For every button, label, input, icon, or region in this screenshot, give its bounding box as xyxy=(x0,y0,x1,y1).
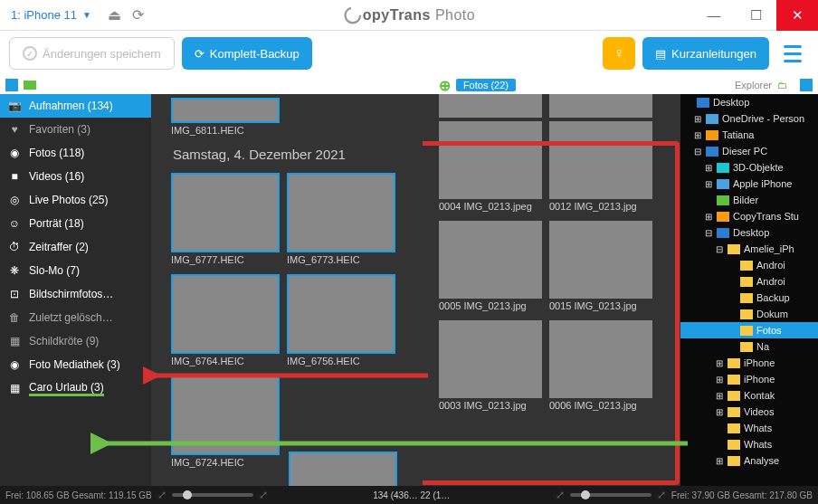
thumb[interactable]: 0003 IMG_0213.jpg xyxy=(439,320,542,416)
tree-node[interactable]: ⊞Tatiana xyxy=(680,127,818,143)
refresh-icon[interactable]: ⟳ xyxy=(131,8,146,23)
tree-expander[interactable]: ⊞ xyxy=(715,358,724,368)
thumb[interactable]: IMG_6756.HEIC xyxy=(287,274,395,372)
help-button[interactable]: ▤ Kurzanleitungen xyxy=(642,37,769,70)
tree-node[interactable]: Androi xyxy=(680,257,818,273)
tree-node[interactable]: Na xyxy=(680,338,818,355)
sidebar-item[interactable]: ⊡Bildschirmfotos… xyxy=(0,282,151,306)
thumb[interactable]: 0012 IMG_0213.jpg xyxy=(549,121,652,217)
tree-node[interactable]: ⊞CopyTrans Stu xyxy=(680,208,818,224)
tree-node[interactable]: ⊟Desktop xyxy=(680,224,818,241)
sidebar-icon: ▦ xyxy=(7,335,22,347)
folder-icon[interactable]: 🗀 xyxy=(777,80,787,90)
sidebar-item[interactable]: 📷Aufnahmen (134) xyxy=(0,94,151,118)
tree-node[interactable]: Whats xyxy=(680,436,818,452)
sidebar-item[interactable]: ▦Schildkröte (9) xyxy=(0,329,151,353)
sidebar-item[interactable]: ◉Foto Mediathek (3) xyxy=(0,353,151,376)
device-selector[interactable]: 1: iPhone 11 ▼ xyxy=(11,8,91,22)
folder-icon xyxy=(728,440,740,450)
folder-icon xyxy=(740,342,753,352)
tree-expander[interactable]: ⊞ xyxy=(693,130,702,140)
sidebar-item[interactable]: ⏱Zeitraffer (2) xyxy=(0,235,151,259)
sidebar-item[interactable]: ♥Favoriten (3) xyxy=(0,118,151,141)
eject-icon[interactable]: ⏏ xyxy=(108,8,122,23)
close-button[interactable]: ✕ xyxy=(776,0,818,31)
sidebar-item[interactable]: ☺Porträt (18) xyxy=(0,212,151,235)
thumb[interactable]: IMG_6773.HEIC xyxy=(287,173,395,271)
tree-node[interactable]: Bilder xyxy=(680,192,818,208)
tree-label: Dieser PC xyxy=(722,146,767,157)
sidebar-label: Videos (16) xyxy=(29,170,84,183)
tree-node[interactable]: ⊞iPhone xyxy=(680,355,818,371)
tree-expander[interactable]: ⊟ xyxy=(715,244,724,254)
tree-expander[interactable]: ⊞ xyxy=(704,212,713,222)
tree-expander[interactable]: ⊞ xyxy=(693,114,702,124)
hint-button[interactable]: ♀ xyxy=(603,37,635,70)
sidebar-label: Foto Mediathek (3) xyxy=(29,358,120,371)
thumb[interactable]: IMG_6811.HEIC xyxy=(171,98,280,141)
thumb[interactable] xyxy=(289,452,397,486)
expand-icon[interactable]: ⤢ xyxy=(556,489,565,501)
sidebar-item[interactable]: ■Videos (16) xyxy=(0,165,151,188)
tree-node[interactable]: ⊞OneDrive - Person xyxy=(680,110,818,127)
save-button[interactable]: ✓ Änderungen speichern xyxy=(9,37,175,70)
sidebar-item[interactable]: ◎Live Photos (25) xyxy=(0,188,151,212)
thumb[interactable]: 0004 IMG_0213.jpeg xyxy=(439,121,542,217)
main: 📷Aufnahmen (134)♥Favoriten (3)◉Fotos (11… xyxy=(0,94,818,486)
add-icon[interactable]: ⊕ xyxy=(439,77,451,94)
tree-expander[interactable]: ⊞ xyxy=(704,163,713,173)
tree-node[interactable]: Dokum xyxy=(680,306,818,322)
thumb[interactable]: 0015 IMG_0213.jpg xyxy=(549,221,652,317)
tree-node[interactable]: ⊟Amelie_iPh xyxy=(680,241,818,257)
thumb[interactable]: IMG_6724.HEIC xyxy=(171,376,280,473)
thumb[interactable]: 0006 IMG_0213.jpg xyxy=(549,320,652,416)
expand-icon[interactable]: ⤢ xyxy=(657,489,666,501)
tree-node[interactable]: Backup xyxy=(680,290,818,306)
thumb-image xyxy=(287,173,395,252)
thumb[interactable]: 0010 IMG_0213.jpg xyxy=(549,94,652,118)
thumb[interactable]: IMG_6777.HEIC xyxy=(171,173,280,271)
tree-label: CopyTrans Stu xyxy=(733,211,799,222)
sidebar-item[interactable]: ▦Caro Urlaub (3) xyxy=(0,376,151,400)
tree-node[interactable]: ⊞3D-Objekte xyxy=(680,159,818,176)
tree-expander[interactable]: ⊞ xyxy=(715,407,724,417)
zoom-slider[interactable] xyxy=(570,493,652,497)
play-icon[interactable] xyxy=(5,79,18,91)
sidebar-item[interactable]: ❋Slo-Mo (7) xyxy=(0,259,151,282)
tree-node[interactable]: ⊞Videos xyxy=(680,404,818,420)
menu-button[interactable] xyxy=(776,37,809,70)
sidebar-label: Live Photos (25) xyxy=(29,194,108,206)
thumb[interactable]: 0007 IMG_0213.jpg xyxy=(439,94,542,118)
tree-node[interactable]: Desktop xyxy=(680,94,818,110)
maximize-button[interactable]: ☐ xyxy=(735,0,776,31)
expand-icon[interactable]: ⤢ xyxy=(259,489,268,501)
expand-icon[interactable]: ⤢ xyxy=(157,489,166,501)
sidebar-item[interactable]: 🗑Zuletzt gelösch… xyxy=(0,306,151,329)
tree-expander[interactable]: ⊞ xyxy=(704,179,713,189)
thumb-image xyxy=(549,94,652,118)
collapse-icon[interactable] xyxy=(800,79,813,91)
sidebar-item[interactable]: ◉Fotos (118) xyxy=(0,141,151,165)
minimize-button[interactable]: — xyxy=(693,0,735,31)
thumb[interactable]: 0005 IMG_0213.jpg xyxy=(439,221,542,317)
tree-expander[interactable]: ⊞ xyxy=(715,391,724,401)
tree-expander[interactable]: ⊟ xyxy=(704,228,713,238)
tree-expander[interactable]: ⊞ xyxy=(715,375,724,385)
tree-node[interactable]: Fotos xyxy=(680,322,818,338)
tree-node[interactable]: ⊞Apple iPhone xyxy=(680,176,818,192)
folder-icon[interactable] xyxy=(24,81,36,90)
save-label: Änderungen speichern xyxy=(43,47,161,61)
tree-node[interactable]: ⊞iPhone xyxy=(680,371,818,387)
fotos-pill[interactable]: Fotos (22) xyxy=(456,79,516,91)
folder-icon xyxy=(706,130,718,140)
tree-node[interactable]: ⊟Dieser PC xyxy=(680,143,818,159)
thumb[interactable]: IMG_6764.HEIC xyxy=(171,274,280,372)
tree-node[interactable]: Whats xyxy=(680,420,818,436)
tree-node[interactable]: Androi xyxy=(680,273,818,290)
zoom-slider[interactable] xyxy=(172,493,253,497)
tree-expander[interactable]: ⊟ xyxy=(693,147,702,157)
tree-node[interactable]: ⊞Analyse xyxy=(680,452,818,469)
tree-expander[interactable]: ⊞ xyxy=(715,456,724,466)
backup-button[interactable]: ⟳ Komplett-Backup xyxy=(182,37,312,70)
tree-node[interactable]: ⊞Kontak xyxy=(680,387,818,404)
